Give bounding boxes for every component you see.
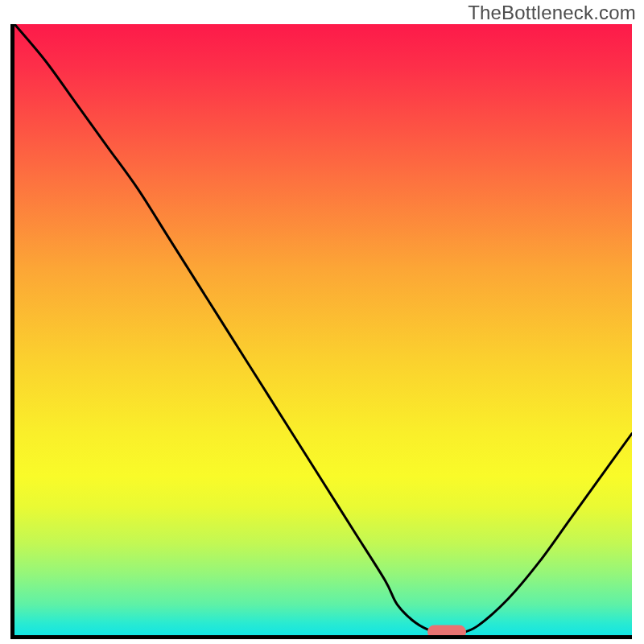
curve-svg (14, 24, 632, 635)
bottleneck-curve (14, 24, 632, 634)
watermark-text: TheBottleneck.com (468, 2, 636, 24)
plot-area (10, 24, 632, 639)
chart-container: TheBottleneck.com (0, 0, 644, 644)
optimal-marker (427, 625, 466, 639)
